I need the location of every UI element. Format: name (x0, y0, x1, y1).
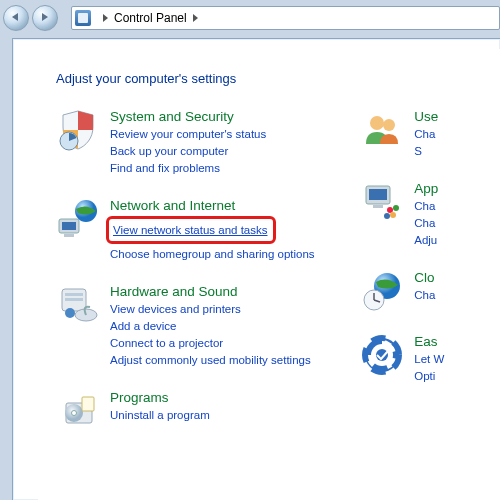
content-pane: Adjust your computer's settings System a… (38, 49, 500, 500)
users-icon (360, 108, 404, 152)
programs-icon (56, 389, 100, 433)
category-sublink[interactable]: Cha (414, 126, 438, 143)
category-sublink[interactable]: Let W (414, 351, 444, 368)
category-hardware: Hardware and SoundView devices and print… (56, 283, 326, 369)
appearance-icon (360, 180, 404, 224)
category-shield: System and SecurityReview your computer'… (56, 108, 326, 177)
category-title[interactable]: Eas (414, 334, 444, 349)
category-sublink[interactable]: Adjust commonly used mobility settings (110, 352, 311, 369)
svg-rect-13 (82, 397, 94, 411)
control-panel-icon (75, 10, 91, 26)
hardware-icon (56, 283, 100, 327)
arrow-right-icon (42, 13, 48, 21)
svg-rect-18 (373, 205, 383, 208)
category-sublink[interactable]: Cha (414, 198, 438, 215)
category-sublink[interactable]: Cha (414, 287, 435, 304)
svg-point-14 (370, 116, 384, 130)
svg-point-19 (387, 207, 393, 213)
back-button[interactable] (3, 5, 29, 31)
window-border: Adjust your computer's settings System a… (12, 38, 500, 500)
category-title[interactable]: Use (414, 109, 438, 124)
category-clock: CloCha (360, 269, 500, 313)
page-heading: Adjust your computer's settings (56, 71, 500, 86)
svg-point-20 (393, 205, 399, 211)
svg-rect-4 (64, 234, 74, 237)
category-title[interactable]: Hardware and Sound (110, 284, 311, 299)
breadcrumb-sep-icon (193, 14, 198, 22)
category-sublink[interactable]: View network status and tasks (113, 224, 267, 236)
svg-point-22 (384, 213, 390, 219)
clock-icon (360, 269, 404, 313)
category-ease: EasLet WOpti (360, 333, 500, 385)
tutorial-highlight: View network status and tasks (106, 216, 276, 244)
category-programs: ProgramsUninstall a program (56, 389, 326, 433)
category-sublink[interactable]: Opti (414, 368, 444, 385)
category-sublink[interactable]: S (414, 143, 438, 160)
breadcrumb-sep-icon (103, 14, 108, 22)
category-sublink[interactable]: Choose homegroup and sharing options (110, 246, 315, 263)
category-network: Network and InternetView network status … (56, 197, 326, 263)
arrow-left-icon (12, 13, 18, 21)
category-sublink[interactable]: View devices and printers (110, 301, 311, 318)
category-sublink[interactable]: Cha (414, 215, 438, 232)
svg-point-9 (65, 308, 75, 318)
ease-icon (360, 333, 404, 377)
category-appearance: AppChaChaAdju (360, 180, 500, 249)
network-icon (56, 197, 100, 241)
svg-rect-3 (62, 222, 76, 230)
svg-rect-6 (65, 293, 83, 296)
category-title[interactable]: Network and Internet (110, 198, 315, 213)
category-sublink[interactable]: Uninstall a program (110, 407, 210, 424)
category-users: UseChaS (360, 108, 500, 160)
category-title[interactable]: Clo (414, 270, 435, 285)
category-sublink[interactable]: Connect to a projector (110, 335, 311, 352)
svg-point-21 (390, 212, 396, 218)
shield-icon (56, 108, 100, 152)
category-title[interactable]: Programs (110, 390, 210, 405)
category-sublink[interactable]: Review your computer's status (110, 126, 266, 143)
category-title[interactable]: App (414, 181, 438, 196)
category-sublink[interactable]: Find and fix problems (110, 160, 266, 177)
breadcrumb-bar[interactable]: Control Panel (71, 6, 500, 30)
svg-rect-7 (65, 298, 83, 301)
category-title[interactable]: System and Security (110, 109, 266, 124)
svg-point-12 (72, 411, 77, 416)
nav-toolbar: Control Panel (3, 3, 500, 33)
category-sublink[interactable]: Adju (414, 232, 438, 249)
category-sublink[interactable]: Back up your computer (110, 143, 266, 160)
svg-point-15 (383, 119, 395, 131)
category-sublink[interactable]: Add a device (110, 318, 311, 335)
window-frame: Control Panel Adjust your computer's set… (0, 0, 500, 500)
breadcrumb-label: Control Panel (114, 11, 187, 25)
forward-button[interactable] (32, 5, 58, 31)
svg-rect-17 (369, 189, 387, 200)
